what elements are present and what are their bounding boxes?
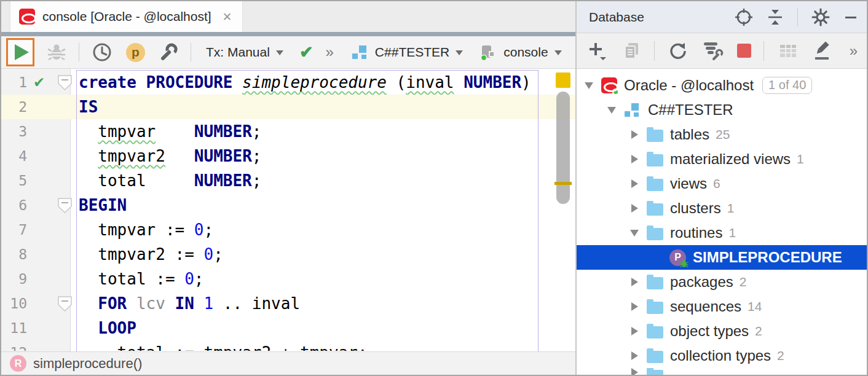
code-text: total := tmpvar2 + tmpvar; [79, 340, 368, 351]
history-icon[interactable] [92, 42, 112, 63]
more-actions-icon[interactable]: » [326, 44, 334, 61]
code-line[interactable]: 2IS [1, 95, 575, 119]
settings-wrench-icon[interactable] [157, 42, 178, 63]
code-text: LOOP [79, 316, 136, 340]
stop-icon[interactable] [737, 44, 751, 58]
session-dropdown[interactable]: console [503, 45, 548, 60]
editor-scrollbar[interactable] [556, 92, 570, 204]
code-editor[interactable]: 1✔create PROCEDURE simpleprocedure (inva… [1, 69, 575, 351]
duplicate-icon[interactable] [622, 41, 642, 61]
code-text: tmpvar2 := 0; [79, 242, 223, 267]
schema-icon [624, 101, 641, 119]
code-line[interactable]: 9 total := 0; [1, 267, 575, 291]
tree-row-packages[interactable]: packages2 [577, 270, 867, 294]
chevron-down-icon[interactable] [626, 230, 643, 237]
tree-label: clusters [670, 200, 721, 217]
header-separator [797, 8, 798, 26]
line-number: 3 [1, 119, 27, 144]
table-data-icon[interactable] [778, 41, 799, 61]
collapse-all-icon[interactable] [767, 9, 784, 26]
tree-row-oracle-localhost[interactable]: Oracle - @localhost1 of 40 [577, 73, 867, 98]
chevron-right-icon[interactable] [626, 204, 643, 213]
tree-label: Oracle - @localhost [624, 77, 754, 94]
tree-row-collection-types[interactable]: collection types2 [577, 343, 867, 368]
close-icon[interactable]: ✕ [223, 10, 232, 24]
chevron-down-icon[interactable] [603, 107, 620, 114]
tree-row-materialized-views[interactable]: materialized views1 [577, 147, 867, 171]
chevron-down-icon[interactable] [456, 50, 463, 59]
add-datasource-icon[interactable] [588, 41, 609, 61]
code-text: total := 0; [79, 267, 204, 291]
fold-marker-icon[interactable] [58, 75, 72, 93]
chevron-right-icon[interactable] [626, 351, 643, 360]
warning-stripe-mark[interactable] [554, 182, 572, 185]
refresh-icon[interactable] [668, 41, 688, 61]
session-icon [479, 43, 497, 61]
toolbar-separator [654, 41, 655, 61]
chevron-right-icon[interactable] [626, 368, 643, 376]
schema-icon [352, 44, 369, 61]
line-number: 12 [1, 340, 27, 351]
tree-row-clusters[interactable]: clusters1 [577, 196, 867, 221]
datasource-properties-icon[interactable] [701, 41, 724, 61]
object-count: 25 [716, 127, 730, 142]
tree-row[interactable] [577, 368, 867, 376]
procedure-icon: P [669, 249, 686, 266]
folder-icon [647, 370, 663, 376]
code-line[interactable]: 7 tmpvar := 0; [1, 217, 575, 242]
tree-label: views [670, 175, 707, 192]
tx-mode-dropdown[interactable]: Tx: Manual [206, 45, 270, 60]
commit-check-icon[interactable]: ✔ [299, 42, 314, 62]
code-line[interactable]: 6BEGIN [1, 193, 575, 217]
tree-row-routines[interactable]: routines1 [577, 221, 867, 245]
chevron-right-icon[interactable] [626, 302, 643, 311]
tab-console[interactable]: console [Oracle - @localhost] ✕ [10, 1, 243, 32]
code-line[interactable]: 1✔create PROCEDURE simpleprocedure (inva… [1, 70, 575, 95]
folder-icon [647, 179, 663, 191]
gear-icon[interactable] [811, 8, 830, 26]
tree-row-sequences[interactable]: sequences14 [577, 294, 867, 319]
code-line[interactable]: 4 tmpvar2 NUMBER; [1, 144, 575, 168]
fold-marker-icon[interactable] [58, 198, 72, 216]
ide-window: console [Oracle - @localhost] ✕ [0, 0, 868, 376]
tree-label: object types [670, 323, 749, 340]
chevron-down-icon[interactable] [580, 82, 598, 89]
folder-icon [647, 228, 663, 240]
tree-label: collection types [670, 347, 771, 364]
debug-icon[interactable] [47, 42, 66, 62]
chevron-right-icon[interactable] [626, 179, 643, 188]
hide-panel-icon[interactable] [843, 10, 858, 25]
code-line[interactable]: 8 tmpvar2 := 0; [1, 242, 575, 267]
inspection-status-icon[interactable] [556, 72, 570, 88]
tree-row-c-tester[interactable]: C##TESTER [577, 98, 867, 122]
code-line[interactable]: 5 total NUMBER; [1, 168, 575, 193]
chevron-right-icon[interactable] [626, 155, 643, 163]
edit-source-icon[interactable] [812, 41, 833, 61]
procedure-call-label[interactable]: simpleprocedure() [33, 356, 142, 372]
tree-row-views[interactable]: views6 [577, 171, 867, 196]
code-line[interactable]: 3 tmpvar NUMBER; [1, 119, 575, 144]
chevron-right-icon[interactable] [626, 278, 643, 286]
code-line[interactable]: 10 FOR lcv IN 1 .. inval [1, 291, 575, 316]
tree-row-tables[interactable]: tables25 [577, 122, 867, 147]
locate-icon[interactable] [735, 8, 753, 26]
tree-row-simpleprocedure[interactable]: PSIMPLEPROCEDURE [577, 245, 867, 270]
folder-icon [647, 203, 663, 216]
code-line[interactable]: 12 total := tmpvar2 + tmpvar; [1, 340, 575, 351]
folder-icon [647, 277, 663, 289]
schema-dropdown[interactable]: C##TESTER [375, 45, 449, 60]
more-actions-icon[interactable]: » [850, 42, 858, 60]
chevron-down-icon[interactable] [276, 50, 283, 59]
parameters-badge[interactable]: p [126, 43, 145, 62]
code-line[interactable]: 11 LOOP [1, 316, 575, 340]
tree-row-object-types[interactable]: object types2 [577, 319, 867, 343]
chevron-right-icon[interactable] [626, 327, 643, 335]
object-count: 1 [727, 201, 735, 216]
chevron-down-icon[interactable] [554, 50, 562, 59]
code-text: FOR lcv IN 1 .. inval [79, 291, 300, 316]
chevron-right-icon[interactable] [626, 130, 643, 139]
toolbar-separator [79, 43, 79, 61]
debug-overlay-icon [680, 259, 688, 268]
run-button-highlight[interactable] [6, 38, 34, 66]
fold-marker-icon[interactable] [58, 296, 72, 314]
